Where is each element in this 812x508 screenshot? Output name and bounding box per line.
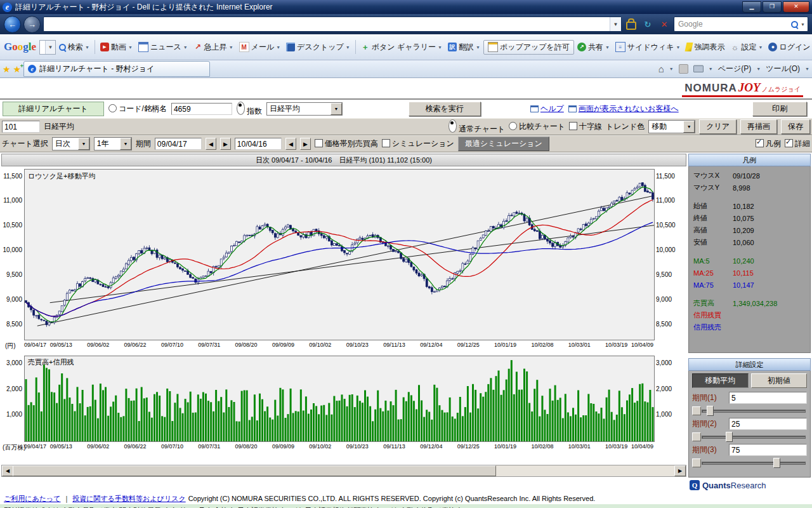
date-to-next-button[interactable]: ▶ <box>300 138 311 150</box>
toolbar-item-gmail[interactable]: Mメール▼ <box>237 40 284 55</box>
rss-feed-icon[interactable] <box>679 64 688 74</box>
execute-search-button[interactable]: 検索を実行 <box>409 102 481 116</box>
slider-thumb[interactable] <box>726 432 733 442</box>
close-button[interactable]: ✕ <box>783 1 809 13</box>
radio-compare-chart[interactable]: 比較チャート <box>509 121 565 132</box>
volume-plot[interactable] <box>25 356 654 441</box>
favorites-star-icon[interactable]: ★ <box>3 64 11 74</box>
checkbox-legend[interactable]: 凡例 <box>756 138 781 149</box>
date-from-next-button[interactable]: ▶ <box>220 138 231 150</box>
trend-color-select[interactable]: 移動▼ <box>648 120 695 133</box>
toolbar-item-share[interactable]: ↗共有▼ <box>575 40 612 55</box>
page-title: 詳細リアルチャート <box>3 102 104 116</box>
terms-link[interactable]: ご利用にあたって <box>4 494 61 504</box>
toolbar-item-search[interactable]: 検索▼ <box>56 40 92 55</box>
tab-favicon: e <box>28 65 36 73</box>
search-box[interactable]: Google ▼ <box>674 17 808 32</box>
print-dropdown-icon[interactable]: ▼ <box>709 67 713 71</box>
volume-chart[interactable]: 売買高+信用残 3,0003,0002,0002,0001,0001,000 0… <box>1 353 686 453</box>
period-slider-2[interactable] <box>692 431 807 442</box>
address-dropdown-icon[interactable]: ▼ <box>610 17 621 31</box>
slider-thumb[interactable] <box>707 406 714 416</box>
chart-select-label[interactable]: チャート選択 <box>2 138 48 149</box>
save-button[interactable]: 保存 <box>781 119 810 134</box>
redraw-button[interactable]: 再描画 <box>740 119 777 134</box>
tab-initial-value[interactable]: 初期値 <box>751 373 808 388</box>
browser-tab[interactable]: e 詳細リアルチャート - 野村ジョイ <box>23 61 210 77</box>
code-input[interactable]: 4659 <box>171 103 232 115</box>
horizontal-scrollbar[interactable]: ◀ ▶ <box>1 465 686 477</box>
google-search-dropdown-icon[interactable]: ▼ <box>45 41 55 54</box>
clear-button[interactable]: クリア <box>699 119 737 134</box>
legal-text: 野村證券株式会社 金融商品取引業者 関東財務局長(金商)第142号 加入協会/日… <box>4 506 463 508</box>
scroll-right-icon[interactable]: ▶ <box>674 465 686 476</box>
price-y-tick: 10,000 <box>656 246 677 253</box>
period-slider-1[interactable] <box>692 405 807 416</box>
slider-thumb[interactable] <box>773 458 780 468</box>
add-favorite-icon[interactable]: ★ <box>13 64 22 74</box>
home-dropdown-icon[interactable]: ▼ <box>669 67 674 71</box>
page-menu-button[interactable]: ページ(P) <box>718 64 752 74</box>
period-input-2[interactable]: 25 <box>729 418 807 430</box>
toolbar-item-sidewiki[interactable]: ≡サイドウィキ▼ <box>613 40 683 55</box>
minimize-button[interactable]: ▁ <box>742 1 761 13</box>
toolbar-item-news[interactable]: ニュース▼ <box>136 40 190 55</box>
checkbox-crosshair[interactable]: 十字線 <box>569 121 602 132</box>
series-code-input[interactable]: 101 <box>2 121 40 133</box>
tools-menu-button[interactable]: ツール(O) <box>766 64 800 74</box>
radio-code[interactable]: コード/銘柄名 <box>108 104 167 114</box>
toolbar-item-gallery[interactable]: +ボタン ギャラリー▼ <box>358 40 445 55</box>
search-icon[interactable] <box>791 21 798 28</box>
date-from-input[interactable]: 09/04/17 <box>155 138 202 150</box>
toolbar-item-popup[interactable]: ポップアップを許可 <box>483 40 574 55</box>
toolbar-item-youtube[interactable]: ▶動画▼ <box>98 40 135 55</box>
search-dropdown-icon[interactable]: ▼ <box>798 17 808 31</box>
address-bar[interactable]: ▼ <box>43 17 622 32</box>
date-to-prev-button[interactable]: ◀ <box>285 138 296 150</box>
period-input-1[interactable]: 5 <box>729 392 807 404</box>
fees-risk-link[interactable]: 投資に関する手数料等およびリスク <box>72 494 185 504</box>
tab-moving-average[interactable]: 移動平均 <box>692 373 749 388</box>
price-chart[interactable]: ロウソク足+移動平均 11,50011,50011,00011,00010,50… <box>1 166 686 353</box>
index-select[interactable]: 日経平均▼ <box>266 102 343 116</box>
youtube-icon: ▶ <box>100 43 109 51</box>
toolbar-item-settings[interactable]: ☼設定▼ <box>728 40 765 55</box>
toolbar-item-translate[interactable]: 訳翻訳▼ <box>445 40 483 55</box>
refresh-button[interactable]: ↻ <box>641 17 655 31</box>
date-from-prev-button[interactable]: ◀ <box>206 138 216 150</box>
home-icon[interactable]: ⌂ <box>658 64 664 74</box>
volume-x-tick: 09/07/10 <box>161 443 183 450</box>
period-slider-3[interactable] <box>692 457 807 468</box>
checkbox-detail[interactable]: 詳細 <box>785 138 810 149</box>
radio-index[interactable]: 指数 <box>237 102 262 117</box>
brand-row: NOMURA JOY ノムラジョイ <box>0 78 812 100</box>
radio-normal-chart[interactable]: 通常チャート <box>449 119 505 135</box>
checkbox-price-volume[interactable]: 価格帯別売買高 <box>315 138 378 149</box>
candlestick-plot[interactable] <box>25 170 654 340</box>
toolbar-item-highlight[interactable]: 強調表示 <box>683 40 727 55</box>
frequency-select[interactable]: 日次▼ <box>52 137 90 150</box>
print-icon[interactable] <box>693 65 704 72</box>
date-to-input[interactable]: 10/04/16 <box>235 138 282 150</box>
span-select[interactable]: 1年▼ <box>94 137 132 150</box>
print-button[interactable]: 印刷 <box>752 102 807 116</box>
period-input-3[interactable]: 75 <box>729 444 807 456</box>
toolbar-item-desktop[interactable]: デスクトップ▼ <box>284 40 353 55</box>
forward-button[interactable]: → <box>23 16 41 33</box>
scrollbar-thumb[interactable] <box>13 465 496 476</box>
price-y-tick: 10,000 <box>1 246 22 253</box>
optimal-simulation-button[interactable]: 最適シミュレーション <box>458 137 549 151</box>
help-window-icon <box>530 105 539 112</box>
back-button[interactable]: ← <box>4 16 21 33</box>
stop-button[interactable]: ✕ <box>657 17 671 31</box>
help-link[interactable]: ヘルプ <box>530 104 564 114</box>
toolbar-item-login[interactable]: ●ログイン▼ <box>766 40 812 55</box>
google-search-input[interactable]: ▼ <box>39 40 56 55</box>
price-x-axis: 09/04/1709/05/1309/06/0209/06/2209/07/10… <box>1 342 686 351</box>
checkbox-simulation[interactable]: シミュレーション <box>382 138 454 149</box>
maximize-button[interactable]: ❐ <box>763 1 782 13</box>
display-issue-link[interactable]: 画面が表示されないお客様へ <box>568 104 679 114</box>
scroll-left-icon[interactable]: ◀ <box>2 465 13 476</box>
toolbar-item-trending[interactable]: ↗急上昇▼ <box>191 40 236 55</box>
price-x-tick: 10/01/19 <box>494 342 516 348</box>
